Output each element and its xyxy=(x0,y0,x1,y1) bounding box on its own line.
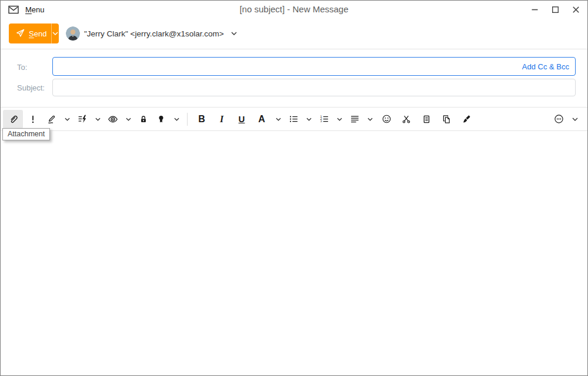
numbered-list-button[interactable]: 1 2 3 xyxy=(315,110,333,129)
numbered-list-icon: 1 2 3 xyxy=(319,114,329,124)
subject-field xyxy=(52,79,576,96)
encrypt-button[interactable] xyxy=(135,110,152,129)
bold-icon: B xyxy=(198,114,205,125)
paperclip-icon xyxy=(8,114,18,124)
header-separator xyxy=(1,49,587,49)
signature-chevron-icon[interactable] xyxy=(61,110,74,129)
font-color-icon: A xyxy=(258,114,265,125)
formatting-toolbar: B I U A xyxy=(1,107,587,131)
subject-input[interactable] xyxy=(53,79,575,96)
attachment-tooltip: Attachment xyxy=(2,128,50,140)
bold-button[interactable]: B xyxy=(192,110,212,129)
menu-button[interactable]: Menu xyxy=(25,5,45,14)
exclamation-icon xyxy=(28,115,38,124)
paste-button[interactable] xyxy=(436,110,456,129)
underline-button[interactable]: U xyxy=(232,110,252,129)
italic-icon: I xyxy=(220,114,223,125)
attachment-button[interactable] xyxy=(3,110,23,129)
sign-certificate-button[interactable] xyxy=(152,110,170,129)
to-input[interactable] xyxy=(53,58,522,75)
minimize-button[interactable] xyxy=(524,1,545,18)
envelope-icon xyxy=(8,5,19,14)
lock-icon xyxy=(139,115,148,124)
font-format-chevron-icon[interactable] xyxy=(272,110,285,129)
sender-avatar xyxy=(66,26,80,41)
send-options-chevron-icon[interactable] xyxy=(52,24,59,43)
to-field: Add Cc & Bcc xyxy=(52,57,576,76)
add-cc-bcc-link[interactable]: Add Cc & Bcc xyxy=(522,62,575,71)
cut-button[interactable] xyxy=(396,110,416,129)
numbered-list-chevron-icon[interactable] xyxy=(333,110,346,129)
send-label: Send xyxy=(29,29,46,38)
expand-toolbar-chevron-icon[interactable] xyxy=(569,110,582,129)
to-label: To: xyxy=(17,63,27,72)
smiley-icon xyxy=(382,114,392,124)
window-controls xyxy=(524,1,586,18)
paintbrush-icon xyxy=(462,115,471,124)
quick-text-chevron-icon[interactable] xyxy=(91,110,104,129)
svg-text:3: 3 xyxy=(320,119,322,123)
scissors-icon xyxy=(402,115,411,124)
title-bar: Menu [no subject] - New Message xyxy=(1,1,587,18)
alignment-button[interactable] xyxy=(346,110,363,129)
importance-button[interactable] xyxy=(23,110,43,129)
subject-label: Subject: xyxy=(17,83,45,92)
format-painter-button[interactable] xyxy=(456,110,476,129)
sender-account[interactable]: "Jerry Clark" <jerry.clark@x1solar.com> xyxy=(84,29,224,38)
new-message-window: Menu [no subject] - New Message xyxy=(0,0,588,376)
align-text-icon xyxy=(350,114,360,124)
message-body-editor[interactable] xyxy=(1,131,587,375)
compose-header: Send "Jerry Clark" <jerry.clark@x1solar.… xyxy=(1,18,587,49)
close-button[interactable] xyxy=(566,1,586,18)
copy-button[interactable] xyxy=(416,110,436,129)
copy-document-icon xyxy=(422,115,431,124)
bullet-list-button[interactable] xyxy=(285,110,302,129)
certificate-seal-icon xyxy=(156,115,166,124)
bullet-list-chevron-icon[interactable] xyxy=(302,110,315,129)
paste-pages-icon xyxy=(442,115,451,124)
underline-icon: U xyxy=(239,114,245,124)
signature-button[interactable] xyxy=(43,110,61,129)
read-receipt-chevron-icon[interactable] xyxy=(122,110,135,129)
signature-pen-icon xyxy=(47,114,57,124)
font-format-button[interactable]: A xyxy=(252,110,272,129)
send-button[interactable]: Send xyxy=(9,24,59,43)
sign-certificate-chevron-icon[interactable] xyxy=(170,110,183,129)
toolbar-divider xyxy=(187,113,188,126)
paper-plane-icon xyxy=(15,28,25,39)
alignment-chevron-icon[interactable] xyxy=(363,110,376,129)
quick-text-lightning-icon xyxy=(78,114,88,124)
read-receipt-button[interactable] xyxy=(104,110,122,129)
italic-button[interactable]: I xyxy=(212,110,232,129)
bullet-list-icon xyxy=(289,114,299,124)
sender-chevron-icon[interactable] xyxy=(231,32,237,35)
more-options-button[interactable] xyxy=(549,110,569,129)
emoji-button[interactable] xyxy=(376,110,396,129)
more-ellipsis-icon xyxy=(554,114,564,124)
quick-text-button[interactable] xyxy=(74,110,91,129)
maximize-button[interactable] xyxy=(545,1,566,18)
eye-icon xyxy=(108,114,118,125)
window-title: [no subject] - New Message xyxy=(1,1,587,18)
